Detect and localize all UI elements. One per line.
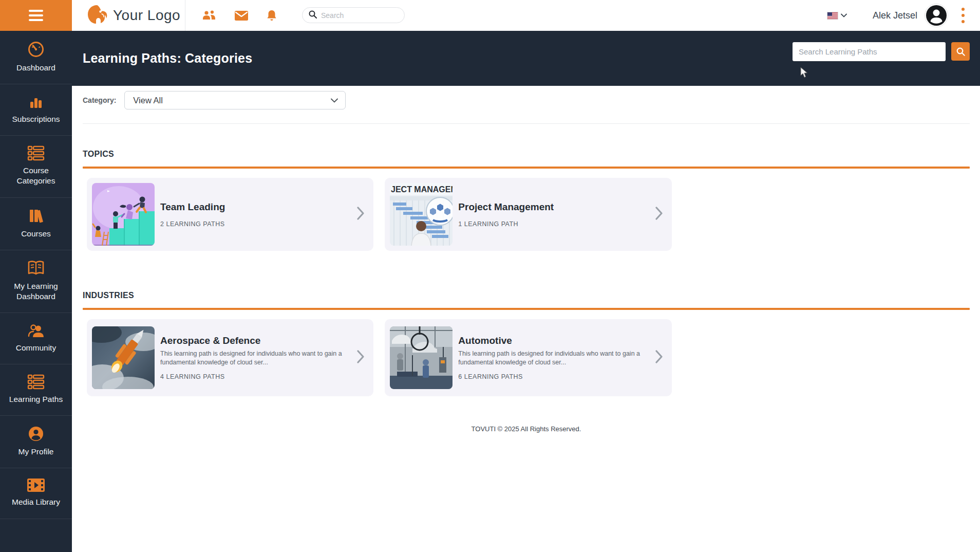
sidebar-item-label: Courses [21, 229, 51, 239]
sidebar-item-subscriptions[interactable]: Subscriptions [0, 84, 72, 136]
kebab-menu-icon[interactable] [959, 6, 967, 25]
card-description: This learning path is designed for indiv… [160, 349, 354, 366]
sidebar-nav: Dashboard Subscriptions [0, 31, 72, 552]
card-paths-count: 6 LEARNING PATHS [458, 373, 655, 380]
footer-copyright: TOVUTI © 2025 All Rights Reserved. [83, 425, 970, 433]
sidebar-item-media-library[interactable]: Media Library [0, 468, 72, 519]
page-title: Learning Paths: Categories [83, 51, 252, 66]
sidebar-item-label: My Learning Dashboard [3, 281, 69, 302]
card-paths-count: 4 LEARNING PATHS [160, 373, 357, 380]
learning-paths-search [793, 42, 970, 61]
project-management-thumbnail: JECT MANAGEM [390, 183, 453, 246]
sidebar-item-courses[interactable]: Courses [0, 198, 72, 250]
topbar-right-group: Alek Jetsel [827, 0, 967, 31]
topics-section: TOPICS [83, 150, 970, 251]
hamburger-icon [29, 10, 43, 21]
category-select[interactable]: View All [124, 91, 346, 109]
us-flag-icon [827, 12, 838, 19]
open-book-icon [27, 260, 45, 277]
messages-icon[interactable] [235, 11, 248, 21]
brand-logo-text: Your Logo [113, 7, 180, 24]
sidebar-item-course-categories[interactable]: Course Categories [0, 136, 72, 197]
community-icon[interactable] [202, 10, 216, 21]
learning-paths-search-input[interactable] [793, 42, 946, 61]
category-card-aerospace-defence[interactable]: Aerospace & Defence This learning path i… [87, 319, 373, 396]
category-card-automotive[interactable]: Automotive This learning path is designe… [385, 319, 671, 396]
dashboard-gauge-icon [27, 41, 45, 58]
card-paths-count: 2 LEARNING PATHS [160, 220, 357, 228]
category-card-project-management[interactable]: JECT MANAGEM [385, 178, 671, 251]
section-heading: INDUSTRIES [83, 291, 970, 300]
filter-divider [83, 123, 970, 124]
chevron-right-icon [655, 207, 663, 222]
sidebar-item-label: Community [16, 343, 56, 353]
search-icon [956, 47, 965, 56]
notifications-icon[interactable] [267, 10, 277, 22]
card-title: Team Leading [160, 201, 357, 213]
sidebar-item-label: Media Library [12, 497, 60, 507]
bar-chart-icon [28, 94, 44, 109]
user-name: Alek Jetsel [873, 10, 917, 21]
film-icon [27, 478, 45, 492]
people-icon [27, 323, 45, 338]
card-description: This learning path is designed for indiv… [458, 349, 652, 366]
books-icon [27, 208, 45, 224]
sidebar-item-label: Dashboard [16, 63, 55, 73]
chevron-down-icon [841, 13, 847, 17]
sidebar-toggle-button[interactable] [0, 0, 72, 31]
person-circle-icon [28, 426, 44, 442]
svg-text:JECT MANAGEM: JECT MANAGEM [391, 185, 453, 194]
sidebar-item-learning-paths[interactable]: Learning Paths [0, 364, 72, 416]
car-factory-thumbnail [390, 326, 453, 389]
sidebar-item-label: My Profile [18, 447, 54, 457]
category-list-icon [27, 145, 45, 161]
language-selector[interactable] [827, 12, 847, 19]
chevron-right-icon [357, 207, 364, 222]
chevron-right-icon [357, 350, 364, 365]
sidebar-item-my-learning-dashboard[interactable]: My Learning Dashboard [0, 250, 72, 313]
section-heading: TOPICS [83, 150, 970, 159]
category-label: Category: [83, 96, 116, 104]
section-rule [83, 308, 970, 310]
category-card-team-leading[interactable]: Team Leading 2 LEARNING PATHS [87, 178, 373, 251]
industries-section: INDUSTRIES [83, 291, 970, 396]
brand-logo[interactable]: Your Logo [86, 4, 180, 27]
global-search [302, 7, 405, 23]
top-bar: Your Logo [0, 0, 980, 31]
team-leading-thumbnail [92, 183, 155, 246]
card-title: Automotive [458, 335, 655, 346]
rocket-launch-thumbnail [92, 326, 155, 389]
category-filter-row: Category: View All [83, 91, 970, 109]
search-icon [309, 10, 317, 21]
card-paths-count: 1 LEARNING PATH [458, 220, 655, 228]
elephant-logo-icon [86, 4, 108, 27]
sidebar-item-dashboard[interactable]: Dashboard [0, 31, 72, 84]
sidebar-item-my-profile[interactable]: My Profile [0, 416, 72, 468]
topbar-icon-group [202, 0, 277, 31]
category-select-value: View All [133, 96, 331, 105]
sidebar-item-label: Learning Paths [9, 394, 63, 404]
sidebar-item-community[interactable]: Community [0, 313, 72, 364]
content-area: Category: View All TOPICS [72, 86, 980, 552]
user-avatar[interactable] [925, 4, 948, 27]
global-search-input[interactable] [321, 11, 393, 20]
chevron-right-icon [655, 350, 663, 365]
card-title: Project Management [458, 201, 655, 213]
topbar-divider [185, 0, 185, 31]
category-list-icon [27, 374, 45, 390]
learning-paths-search-button[interactable] [951, 42, 970, 61]
card-title: Aerospace & Defence [160, 335, 357, 346]
page-header: Learning Paths: Categories [72, 31, 980, 86]
sidebar-item-label: Course Categories [3, 165, 69, 186]
sidebar-item-label: Subscriptions [12, 114, 60, 124]
chevron-down-icon [331, 98, 338, 103]
section-rule [83, 167, 970, 169]
app-root: Your Logo [0, 0, 980, 552]
